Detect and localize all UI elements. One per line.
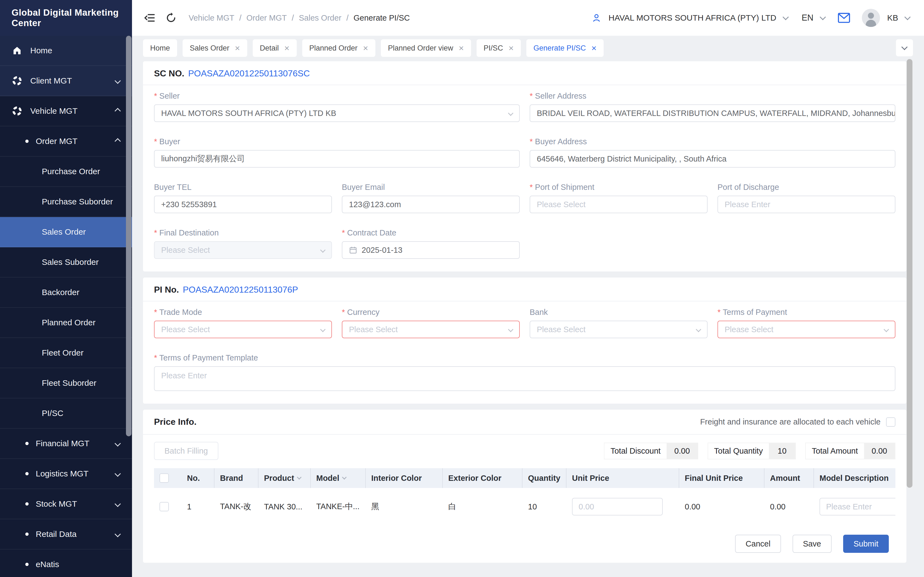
sidebar-item-stock-mgt[interactable]: Stock MGT [0, 489, 132, 519]
price-heading: Price Info. [154, 417, 197, 427]
row-checkbox[interactable] [160, 502, 169, 511]
chevron-down-icon[interactable] [783, 14, 789, 20]
terms-template-textarea[interactable]: Please Enter [154, 366, 895, 391]
final-destination-select[interactable]: Please Select [154, 241, 332, 259]
breadcrumb-item[interactable]: Sales Order [299, 13, 342, 23]
sidebar-item-logistics-mgt[interactable]: Logistics MGT [0, 459, 132, 489]
refresh-icon[interactable] [163, 10, 179, 26]
breadcrumb-item[interactable]: Vehicle MGT [189, 13, 234, 23]
buyer-address-input[interactable]: 645646, Waterberg District Municipality,… [530, 150, 895, 168]
contract-date-picker[interactable]: 2025-01-13 [342, 241, 520, 259]
tab-home[interactable]: Home [143, 39, 177, 57]
port-of-shipment-select[interactable]: Please Select [530, 196, 708, 213]
close-icon[interactable]: × [459, 44, 464, 53]
sidebar-item-sales-suborder[interactable]: Sales Suborder [0, 247, 132, 277]
tab-detail[interactable]: Detail × [253, 39, 297, 57]
tab-sales-order[interactable]: Sales Order × [183, 39, 247, 57]
pi-number-link[interactable]: POASAZA02012250113076P [183, 285, 298, 295]
tab-label: Sales Order [190, 44, 229, 53]
breadcrumb-current: Generate PI/SC [354, 13, 410, 23]
column-model[interactable]: Model [311, 468, 366, 488]
close-icon[interactable]: × [284, 44, 289, 53]
close-icon[interactable]: × [509, 44, 514, 53]
freight-checkbox[interactable] [886, 417, 895, 427]
sidebar-item-financial-mgt[interactable]: Financial MGT [0, 429, 132, 459]
sidebar-item-purchase-suborder[interactable]: Purchase Suborder [0, 187, 132, 217]
sidebar-item-enatis[interactable]: eNatis [0, 550, 132, 577]
save-button[interactable]: Save [793, 535, 832, 553]
breadcrumb-item[interactable]: Order MGT [246, 13, 287, 23]
tab-pi-sc[interactable]: PI/SC × [477, 39, 521, 57]
contract-date-label: Contract Date [347, 228, 396, 237]
tab-label: Planned Order [309, 44, 358, 53]
bank-select[interactable]: Please Select [530, 321, 708, 338]
seller-address-input[interactable]: BRIDAL VEIL ROAD, WATERFALL DISTRIBUTION… [530, 105, 895, 122]
buyer-input[interactable]: liuhongzhi贸易有限公司 [154, 150, 520, 168]
sidebar-item-sales-order[interactable]: Sales Order [0, 217, 132, 247]
trade-mode-placeholder: Please Select [161, 325, 210, 334]
currency-select[interactable]: Please Select [342, 321, 520, 338]
company-selector[interactable]: HAVAL MOTORS SOUTH AFRICA (PTY) LTD [609, 13, 776, 23]
buyer-tel-input[interactable]: +230 52553891 [154, 196, 332, 213]
sidebar: Home Client MGT Vehicle MGT Order MGT [0, 36, 132, 577]
select-all-checkbox[interactable] [160, 474, 169, 483]
seller-select[interactable]: HAVAL MOTORS SOUTH AFRICA (PTY) LTD KB [154, 105, 520, 122]
close-icon[interactable]: × [235, 44, 240, 53]
buyer-address-label: Buyer Address [535, 137, 587, 146]
bank-placeholder: Please Select [537, 325, 585, 334]
tab-planned-order[interactable]: Planned Order × [302, 39, 375, 57]
chevron-down-icon [115, 531, 121, 537]
sidebar-item-backorder[interactable]: Backorder [0, 277, 132, 308]
sidebar-item-retail-data[interactable]: Retail Data [0, 519, 132, 550]
unit-price-input[interactable]: 0.00 [572, 498, 663, 516]
chevron-down-icon[interactable] [820, 14, 826, 20]
breadcrumb-separator: / [239, 13, 241, 23]
trade-mode-select[interactable]: Please Select [154, 321, 332, 338]
close-icon[interactable]: × [363, 44, 368, 53]
language-selector[interactable]: EN [801, 13, 813, 23]
sidebar-item-order-mgt[interactable]: Order MGT [0, 126, 132, 156]
buyer-address-group: *Buyer Address 645646, Waterberg Distric… [530, 137, 895, 168]
sort-icon [342, 475, 347, 480]
avatar[interactable] [862, 9, 880, 27]
column-product[interactable]: Product [258, 468, 311, 488]
app-root: Global Digital Marketing Center Vehicle … [0, 0, 924, 577]
close-icon[interactable]: × [591, 44, 596, 53]
sidebar-item-client-mgt[interactable]: Client MGT [0, 66, 132, 96]
sidebar-item-purchase-order[interactable]: Purchase Order [0, 156, 132, 187]
cell-amount: 0.00 [764, 502, 814, 511]
sidebar-item-planned-order[interactable]: Planned Order [0, 308, 132, 338]
tab-planned-order-view[interactable]: Planned Order view × [381, 39, 471, 57]
sidebar-item-label: Fleet Order [42, 348, 84, 358]
tabs-overflow-button[interactable] [896, 39, 913, 56]
port-of-discharge-input[interactable]: Please Enter [717, 196, 895, 213]
sidebar-scrollbar[interactable] [126, 36, 131, 436]
sidebar-item-fleet-suborder[interactable]: Fleet Suborder [0, 368, 132, 398]
main-scrollbar[interactable] [907, 59, 913, 488]
sidebar-item-label: Client MGT [30, 76, 72, 85]
terms-of-payment-select[interactable]: Please Select [717, 321, 895, 338]
buyer-address-value: 645646, Waterberg District Municipality,… [537, 155, 727, 163]
sc-number-link[interactable]: POASAZA02012250113076SC [188, 68, 310, 79]
sidebar-item-label: Stock MGT [36, 499, 77, 509]
required-mark: * [154, 308, 157, 317]
model-description-input[interactable]: Please Enter [819, 498, 895, 516]
sidebar-item-pi-sc[interactable]: PI/SC [0, 398, 132, 429]
sidebar-item-home[interactable]: Home [0, 36, 132, 66]
sidebar-collapse-icon[interactable] [142, 10, 157, 26]
sidebar-item-label: eNatis [36, 560, 59, 569]
sidebar-item-fleet-order[interactable]: Fleet Order [0, 338, 132, 368]
sidebar-item-label: PI/SC [42, 409, 63, 418]
module-icon [12, 76, 22, 86]
buyer-email-input[interactable]: 123@123.com [342, 196, 520, 213]
tab-generate-pi-sc[interactable]: Generate PI/SC × [527, 39, 604, 57]
submit-button[interactable]: Submit [843, 535, 889, 553]
cancel-button[interactable]: Cancel [735, 535, 781, 553]
chevron-down-icon[interactable] [905, 14, 911, 20]
cell-final-unit-price: 0.00 [679, 502, 764, 511]
mail-icon[interactable] [838, 12, 850, 23]
total-quantity-value: 10 [769, 443, 795, 459]
user-initials[interactable]: KB [887, 13, 898, 23]
sidebar-item-vehicle-mgt[interactable]: Vehicle MGT [0, 96, 132, 126]
batch-filling-button[interactable]: Batch Filling [154, 442, 218, 460]
